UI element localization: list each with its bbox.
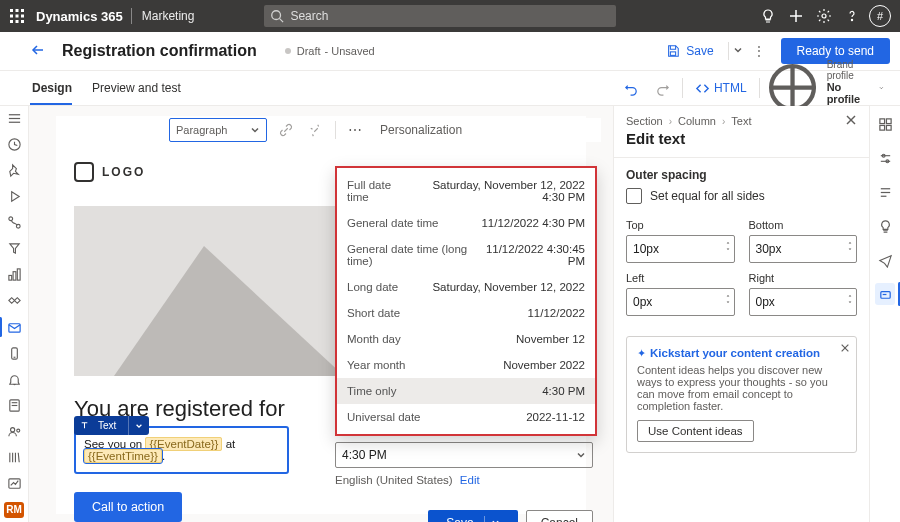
element-tag[interactable]: Text bbox=[74, 416, 149, 435]
top-input[interactable]: 10px ˄˅ bbox=[626, 235, 735, 263]
content-ideas-card: ✦Kickstart your content creation Content… bbox=[626, 336, 857, 453]
close-panel-icon[interactable] bbox=[845, 114, 857, 128]
cta-button[interactable]: Call to action bbox=[74, 492, 182, 522]
chevron-down-icon[interactable] bbox=[128, 416, 149, 435]
date-format-option[interactable]: Universal date2022-11-12 bbox=[337, 404, 595, 430]
status-dot bbox=[285, 48, 291, 54]
save-menu-chevron-icon[interactable] bbox=[733, 44, 743, 58]
settings-icon[interactable] bbox=[810, 8, 838, 24]
lightbulb-icon[interactable] bbox=[754, 8, 782, 24]
redo-icon[interactable] bbox=[647, 81, 678, 96]
user-avatar[interactable]: # bbox=[866, 5, 894, 27]
back-button[interactable] bbox=[30, 42, 46, 61]
outer-spacing-label: Outer spacing bbox=[614, 158, 869, 186]
date-format-option[interactable]: General date time11/12/2022 4:30 PM bbox=[337, 210, 595, 236]
more-formatting[interactable]: ⋯ bbox=[344, 119, 366, 141]
send-tab-icon[interactable] bbox=[875, 250, 895, 270]
link-icon[interactable] bbox=[275, 119, 297, 141]
date-format-option[interactable]: Year monthNovember 2022 bbox=[337, 352, 595, 378]
tab-design[interactable]: Design bbox=[30, 71, 90, 105]
nav-analytics-icon[interactable] bbox=[4, 267, 24, 283]
date-format-option[interactable]: Long dateSaturday, November 12, 2022 bbox=[337, 274, 595, 300]
left-value: 0px bbox=[633, 295, 652, 309]
list-tab-icon[interactable] bbox=[875, 182, 895, 202]
spinner-icon[interactable]: ˄˅ bbox=[726, 296, 730, 308]
nav-handshake-icon[interactable] bbox=[4, 293, 24, 309]
nav-bell-icon[interactable] bbox=[4, 371, 24, 387]
date-format-option[interactable]: Full date timeSaturday, November 12, 202… bbox=[337, 172, 595, 210]
logo-text: LOGO bbox=[102, 165, 145, 179]
panel-title: Edit text bbox=[614, 130, 869, 158]
spinner-icon[interactable]: ˄˅ bbox=[726, 243, 730, 255]
nav-pin-icon[interactable] bbox=[4, 162, 24, 178]
more-menu[interactable]: ⋮ bbox=[749, 44, 769, 58]
token-event-time[interactable]: {{EventTime}} bbox=[84, 449, 162, 463]
selected-text-block[interactable]: Text See you on {{EventDate}} at {{Event… bbox=[74, 426, 289, 474]
nav-rm-badge[interactable]: RM bbox=[4, 502, 24, 518]
svg-rect-25 bbox=[8, 276, 11, 281]
unlink-icon[interactable] bbox=[305, 119, 327, 141]
paragraph-style-select[interactable]: Paragraph bbox=[169, 118, 267, 142]
nav-trigger-icon[interactable] bbox=[4, 241, 24, 257]
nav-email-icon[interactable] bbox=[4, 319, 24, 335]
date-format-select[interactable]: 4:30 PM bbox=[335, 442, 593, 468]
nav-library-icon[interactable] bbox=[4, 450, 24, 466]
use-content-ideas-button[interactable]: Use Content ideas bbox=[637, 420, 754, 442]
date-format-option[interactable]: General date time (long time)11/12/2022 … bbox=[337, 236, 595, 274]
elements-tab-icon[interactable] bbox=[875, 114, 895, 134]
app-launcher-icon[interactable] bbox=[6, 9, 28, 23]
option-value: 11/12/2022 4:30:45 PM bbox=[483, 243, 585, 267]
dialog-cancel-button[interactable]: Cancel bbox=[526, 510, 593, 522]
html-button[interactable]: HTML bbox=[687, 81, 755, 96]
tab-preview[interactable]: Preview and test bbox=[90, 71, 199, 105]
right-tool-rail bbox=[869, 106, 900, 522]
chevron-down-icon[interactable] bbox=[484, 516, 500, 522]
svg-rect-50 bbox=[879, 125, 884, 130]
breadcrumb-section[interactable]: Section bbox=[626, 115, 663, 127]
spinner-icon[interactable]: ˄˅ bbox=[848, 243, 852, 255]
date-format-option[interactable]: Short date11/12/2022 bbox=[337, 300, 595, 326]
breadcrumb-text[interactable]: Text bbox=[731, 115, 751, 127]
nav-sms-icon[interactable] bbox=[4, 345, 24, 361]
breadcrumb-column[interactable]: Column bbox=[678, 115, 716, 127]
logo-icon bbox=[74, 162, 94, 182]
add-icon[interactable] bbox=[782, 8, 810, 24]
nav-hamburger-icon[interactable] bbox=[4, 110, 24, 126]
nav-form-icon[interactable] bbox=[4, 397, 24, 413]
right-value: 0px bbox=[756, 295, 775, 309]
option-label: Long date bbox=[347, 281, 398, 293]
svg-rect-27 bbox=[17, 269, 20, 280]
global-search[interactable]: Search bbox=[264, 5, 616, 27]
nav-journey-icon[interactable] bbox=[4, 215, 24, 231]
settings-tab-icon[interactable] bbox=[875, 148, 895, 168]
product-name[interactable]: Dynamics 365 bbox=[28, 9, 131, 24]
chevron-right-icon: › bbox=[669, 116, 672, 127]
module-name[interactable]: Marketing bbox=[132, 9, 205, 23]
nav-insights-icon[interactable] bbox=[4, 476, 24, 492]
bottom-value: 30px bbox=[756, 242, 782, 256]
nav-people-icon[interactable] bbox=[4, 424, 24, 440]
dialog-save-button[interactable]: Save bbox=[428, 510, 517, 522]
equal-sides-checkbox[interactable]: Set equal for all sides bbox=[614, 186, 869, 214]
ideas-tab-icon[interactable] bbox=[875, 216, 895, 236]
right-input[interactable]: 0px ˄˅ bbox=[749, 288, 858, 316]
personalization-button[interactable]: Personalization bbox=[374, 123, 462, 137]
nav-history-icon[interactable] bbox=[4, 136, 24, 152]
option-value: 2022-11-12 bbox=[526, 411, 585, 423]
bottom-input[interactable]: 30px ˄˅ bbox=[749, 235, 858, 263]
spinner-icon[interactable]: ˄˅ bbox=[848, 296, 852, 308]
editor-tabs: Design Preview and test HTML Brand profi… bbox=[0, 70, 900, 106]
svg-line-10 bbox=[280, 19, 284, 23]
undo-icon[interactable] bbox=[616, 81, 647, 96]
language-edit-link[interactable]: Edit bbox=[460, 474, 480, 486]
date-format-option[interactable]: Month dayNovember 12 bbox=[337, 326, 595, 352]
edit-tab-icon[interactable] bbox=[875, 284, 895, 304]
left-input[interactable]: 0px ˄˅ bbox=[626, 288, 735, 316]
nav-play-icon[interactable] bbox=[4, 188, 24, 204]
save-button[interactable]: Save bbox=[666, 44, 713, 58]
status-label: Draft bbox=[297, 45, 321, 57]
date-format-option[interactable]: Time only4:30 PM bbox=[337, 378, 595, 404]
close-card-icon[interactable] bbox=[840, 343, 850, 355]
svg-rect-16 bbox=[671, 52, 676, 56]
help-icon[interactable] bbox=[838, 8, 866, 24]
